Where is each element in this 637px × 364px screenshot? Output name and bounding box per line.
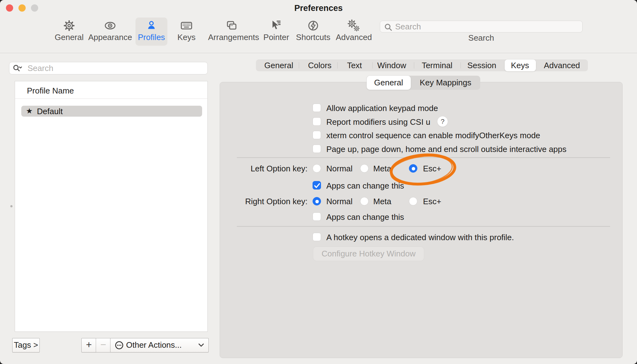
checkbox-label[interactable]: A hotkey opens a dedicated window with t… [326,233,514,242]
tab-advanced[interactable]: Advanced [544,59,580,71]
right-option-key-label: Right Option key: [219,197,308,206]
tab-separator [372,62,373,68]
toolbar-item-general[interactable]: General [46,18,93,46]
default-star-icon: ★ [26,107,33,115]
checkbox-hotkey-window[interactable] [313,233,321,241]
person-icon [145,19,158,32]
radio-label[interactable]: Normal [326,164,353,173]
radio-label[interactable]: Esc+ [423,197,441,206]
toolbar-item-keys[interactable]: Keys [163,18,210,46]
subtab-key-mappings[interactable]: Key Mappings [420,76,471,90]
tab-separator [337,62,338,68]
radio-left-normal[interactable] [313,164,321,173]
toolbar-item-shortcuts[interactable]: Shortcuts [290,18,337,46]
radio-right-meta[interactable] [360,197,369,205]
section-divider [237,226,610,227]
lightning-icon [307,19,319,32]
tab-general[interactable]: General [264,59,293,71]
toolbar-item-label: Shortcuts [290,33,337,42]
window-title: Preferences [0,3,637,13]
configure-hotkey-window-button[interactable]: Configure Hotkey Window [313,246,424,261]
toolbar-item-arrangements[interactable]: Arrangements [208,18,255,46]
search-menu-icon [13,64,23,73]
other-actions-dropdown[interactable]: Other Actions... [110,338,209,352]
toolbar-item-advanced[interactable]: Advanced [330,18,377,46]
radio-left-meta[interactable] [360,164,369,173]
tags-button[interactable]: Tags > [12,338,40,352]
checkbox-label[interactable]: Report modifiers using CSI u [326,117,430,127]
remove-profile-button[interactable]: − [96,338,111,352]
tab-terminal[interactable]: Terminal [422,59,452,71]
checkbox-csi-u[interactable] [313,117,321,126]
preferences-window: Preferences General Appearance Profiles [0,0,637,364]
left-option-key-label: Left Option key: [219,164,308,174]
profile-row-default[interactable]: ★ Default [21,106,202,117]
radio-label[interactable]: Normal [326,197,353,206]
gears-icon [348,19,360,32]
radio-label[interactable]: Esc+ [423,164,441,173]
search-icon [384,23,393,32]
toolbar-search-label: Search [380,33,583,43]
toolbar-search-field[interactable] [380,21,583,33]
divider [15,99,207,99]
other-actions-label: Other Actions... [126,338,182,352]
profile-name: Default [37,107,63,116]
window-edge-dot [10,205,13,207]
chevron-down-icon [198,343,204,347]
ellipsis-circle-icon [115,341,124,350]
tab-keys[interactable]: Keys [511,59,529,71]
toolbar-item-appearance[interactable]: Appearance [87,18,134,46]
profile-list-header: Profile Name [27,86,74,96]
radio-right-normal[interactable] [313,197,321,205]
radio-left-esc[interactable] [409,164,417,173]
radio-label[interactable]: Meta [373,164,391,173]
help-button[interactable]: ? [437,116,448,127]
tab-text[interactable]: Text [347,59,362,71]
toolbar-item-label: Advanced [330,33,377,42]
radio-label[interactable]: Meta [373,197,391,206]
checkbox-label[interactable]: xterm control sequence can enable modify… [326,131,540,140]
toolbar-item-label: Keys [163,33,210,42]
tab-session[interactable]: Session [467,59,497,71]
checkbox-label[interactable]: Page up, page down, home and end scroll … [326,144,567,154]
toolbar-item-label: General [46,33,93,42]
cursor-icon [270,19,283,32]
checkbox-modify-other-keys[interactable] [313,131,321,139]
add-profile-button[interactable]: + [81,338,96,352]
tab-separator [461,62,461,68]
tab-separator [299,62,299,68]
toolbar-search-input[interactable] [395,22,580,32]
checkmark-icon [313,181,321,190]
tab-colors[interactable]: Colors [308,59,331,71]
checkbox-label[interactable]: Apps can change this [326,181,404,190]
keyboard-icon [180,19,193,32]
checkbox-right-apps-can-change[interactable] [313,212,321,221]
checkbox-page-scroll[interactable] [313,144,321,153]
eye-icon [104,19,116,32]
radio-right-esc[interactable] [409,197,417,205]
checkbox-label[interactable]: Allow application keypad mode [326,104,438,113]
toolbar-item-label: Appearance [87,33,134,42]
profile-search-field[interactable] [9,62,208,74]
toolbar-divider [0,53,637,53]
windows-icon [225,19,238,32]
profile-search-input[interactable] [27,63,205,73]
gear-icon [63,19,75,32]
toolbar-item-label: Arrangements [208,33,255,42]
profile-list: Profile Name ★ Default [15,81,208,332]
checkbox-left-apps-can-change[interactable] [313,181,321,190]
checkbox-keypad-mode[interactable] [313,104,321,112]
tab-separator [414,62,414,68]
checkbox-label[interactable]: Apps can change this [326,212,404,222]
tab-window[interactable]: Window [377,59,406,71]
subtab-general[interactable]: General [374,76,403,90]
section-divider [237,157,610,158]
